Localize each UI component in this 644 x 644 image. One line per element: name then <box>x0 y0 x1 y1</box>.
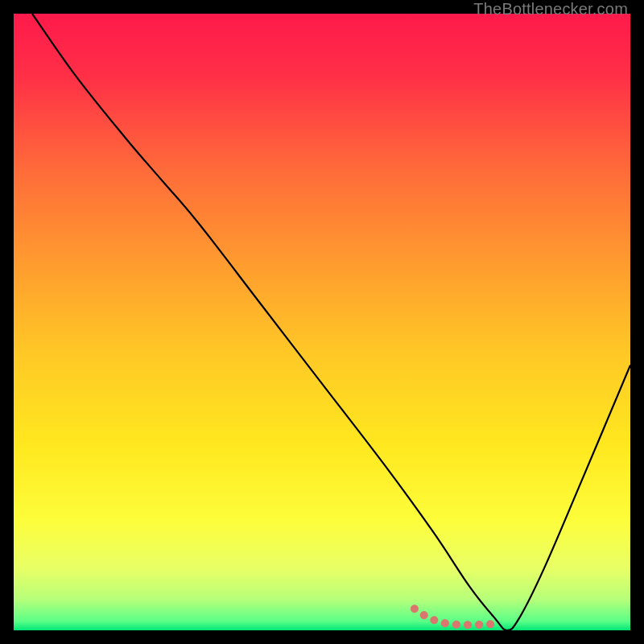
chart-gradient-bg <box>14 14 630 630</box>
watermark-text: TheBottlenecker.com <box>473 0 628 19</box>
chart-svg <box>14 14 630 630</box>
chart-frame <box>14 14 630 630</box>
